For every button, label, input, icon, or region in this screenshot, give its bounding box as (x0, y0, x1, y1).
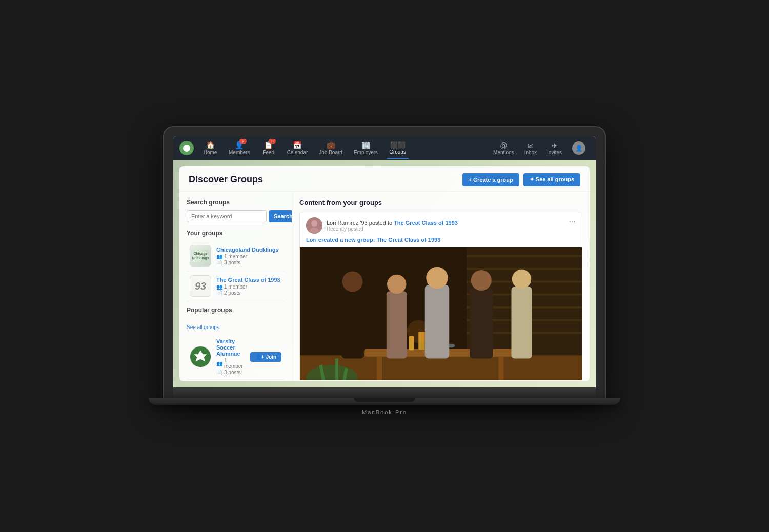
post-header: Lori Ramirez '93 posted to The Great Cla… (300, 212, 582, 237)
mentions-icon: @ (500, 141, 507, 150)
create-group-button[interactable]: + Create a group (462, 173, 519, 186)
group-logo-class93: 93 (190, 275, 211, 297)
groups-icon: ⬛⬛ (390, 141, 406, 149)
calendar-icon: 📅 (293, 141, 301, 149)
your-groups-title: Your groups (187, 230, 285, 237)
feed-badge: 3 (269, 139, 276, 144)
jobboard-icon: 💼 (327, 141, 335, 149)
svg-rect-39 (300, 247, 582, 380)
nav-item-feed[interactable]: 📋 3 Feed (256, 139, 281, 157)
home-icon: 🏠 (206, 141, 215, 149)
macbook-label: MacBook Pro (362, 409, 407, 415)
post-author-name: Lori Ramirez '93 posted to The Great Cla… (327, 220, 458, 226)
nav-item-jobboard-label: Job Board (319, 150, 342, 155)
feed-icon: 📋 3 (264, 141, 273, 149)
search-row: Search (187, 210, 285, 222)
header-buttons: + Create a group ✦ See all groups (462, 173, 580, 186)
search-button[interactable]: Search (269, 210, 292, 222)
app-logo[interactable] (179, 141, 194, 155)
main-content: Discover Groups + Create a group ✦ See a… (173, 160, 596, 387)
members-icon-ducklings: 👥 (216, 254, 222, 259)
list-item: 93 The Great Class of 1993 👥 1 member (187, 271, 285, 301)
group-name-ducklings[interactable]: Chicagoland Ducklings (216, 247, 281, 253)
laptop-bottom-bezel (173, 387, 596, 398)
post-author-row: Lori Ramirez '93 posted to The Great Cla… (306, 217, 458, 234)
top-navigation: 🏠 Home 👤 2 Members 📋 (173, 136, 596, 160)
see-all-groups-link[interactable]: See all groups (187, 324, 219, 330)
search-section-title: Search groups (187, 199, 285, 206)
members-icon: 👤 2 (235, 141, 244, 149)
post-menu-button[interactable]: ··· (569, 217, 576, 227)
right-panel: Content from your groups (292, 192, 590, 381)
post-card: Lori Ramirez '93 posted to The Great Cla… (299, 212, 582, 381)
search-input[interactable] (187, 210, 267, 222)
popular-groups-title: Popular groups (187, 306, 232, 314)
laptop-notch (354, 398, 415, 402)
group-meta-ducklings: 👥 1 member 📄 3 posts (216, 254, 281, 265)
page-title: Discover Groups (189, 174, 263, 185)
post-author-info: Lori Ramirez '93 posted to The Great Cla… (327, 220, 458, 232)
post-text[interactable]: Lori created a new group: The Great Clas… (306, 237, 576, 243)
nav-item-employers-label: Employers (354, 150, 378, 155)
laptop-base: MacBook Pro (149, 398, 620, 405)
inbox-button[interactable]: ✉ Inbox (520, 139, 541, 157)
nav-item-calendar-label: Calendar (287, 150, 308, 155)
group-name-class93[interactable]: The Great Class of 1993 (216, 277, 281, 283)
join-icon: 👤+ (255, 354, 265, 360)
invites-icon: ✈ (552, 141, 558, 150)
invites-button[interactable]: ✈ Invites (543, 139, 566, 157)
group-meta-soccer: 👥 1 member 📄 3 posts (216, 358, 245, 375)
nav-item-members[interactable]: 👤 2 Members (224, 139, 255, 157)
mentions-label: Mentions (493, 150, 514, 155)
nav-items-list: 🏠 Home 👤 2 Members 📋 (198, 139, 489, 157)
group-logo-ducklings: ChicageDucklings (190, 245, 211, 267)
content-card: Discover Groups + Create a group ✦ See a… (179, 166, 590, 381)
group-info-class93: The Great Class of 1993 👥 1 member 📄 (216, 277, 281, 296)
posts-icon-class93: 📄 (216, 290, 222, 296)
members-icon-class93: 👥 (216, 284, 222, 290)
user-avatar: 👤 (572, 141, 585, 155)
list-item: Varsity Soccer Alumnae 👥 1 member 📄 (187, 334, 285, 380)
content-feed-title: Content from your groups (299, 199, 582, 207)
posts-icon-ducklings: 📄 (216, 260, 222, 265)
posts-icon-soccer: 📄 (216, 370, 222, 375)
mentions-button[interactable]: @ Mentions (489, 139, 518, 157)
nav-item-groups[interactable]: ⬛⬛ Groups (384, 139, 411, 157)
post-group-link[interactable]: The Great Class of 1993 (394, 220, 458, 226)
nav-item-members-label: Members (229, 150, 250, 155)
page-header: Discover Groups + Create a group ✦ See a… (179, 166, 590, 192)
list-item: ChicageDucklings Chicagoland Ducklings 👥… (187, 241, 285, 271)
nav-item-employers[interactable]: 🏢 Employers (349, 139, 383, 157)
nav-item-home-label: Home (204, 150, 217, 155)
nav-item-calendar[interactable]: 📅 Calendar (282, 139, 313, 157)
members-icon-soccer: 👥 (216, 361, 222, 366)
post-like-row: 👍 (300, 380, 582, 381)
post-body: Lori created a new group: The Great Clas… (300, 237, 582, 247)
meta-posts-ducklings: 📄 3 posts (216, 260, 281, 265)
group-info-ducklings: Chicagoland Ducklings 👥 1 member 📄 (216, 247, 281, 265)
group-info-soccer: Varsity Soccer Alumnae 👥 1 member 📄 (216, 338, 245, 375)
nav-item-groups-label: Groups (389, 149, 406, 155)
content-body: Search groups Search Your groups (179, 192, 590, 381)
group-name-soccer[interactable]: Varsity Soccer Alumnae (216, 338, 245, 357)
post-time: Recently posted (327, 226, 458, 232)
members-badge: 2 (239, 139, 247, 144)
nav-right-actions: @ Mentions ✉ Inbox ✈ Invites 👤 (489, 139, 590, 157)
employers-icon: 🏢 (361, 141, 370, 149)
svg-point-3 (311, 220, 317, 227)
inbox-label: Inbox (524, 150, 537, 155)
user-avatar-button[interactable]: 👤 (568, 139, 590, 157)
nav-item-feed-label: Feed (262, 150, 274, 155)
nav-item-home[interactable]: 🏠 Home (198, 139, 222, 157)
left-panel: Search groups Search Your groups (179, 192, 292, 381)
meta-members-ducklings: 👥 1 member (216, 254, 281, 259)
group-meta-class93: 👥 1 member 📄 2 posts (216, 284, 281, 296)
join-button-soccer[interactable]: 👤+ Join (250, 352, 281, 362)
inbox-icon: ✉ (528, 141, 534, 150)
see-all-groups-button[interactable]: ✦ See all groups (523, 173, 580, 186)
popular-groups-header: Popular groups (187, 306, 285, 318)
nav-item-jobboard[interactable]: 💼 Job Board (314, 139, 348, 157)
post-avatar (306, 217, 322, 234)
group-logo-soccer (190, 346, 211, 367)
post-image (300, 247, 582, 380)
